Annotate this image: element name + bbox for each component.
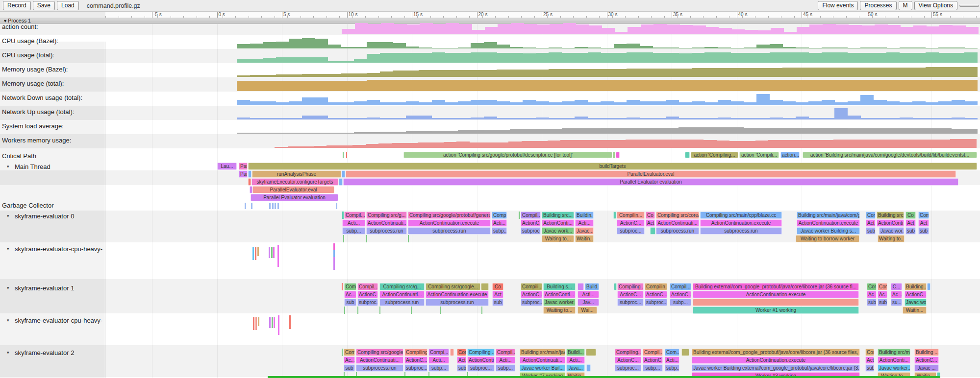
trace-span[interactable]: sub [867, 299, 877, 306]
trace-span[interactable]: ActionContinuation.execute [408, 219, 491, 227]
collapse-arrow-icon[interactable]: ▾ [7, 246, 9, 251]
trace-tick[interactable] [333, 243, 335, 250]
trace-span[interactable]: ActionC... [643, 356, 663, 364]
trace-span[interactable] [342, 349, 343, 356]
trace-tick[interactable] [255, 317, 257, 330]
trace-span[interactable]: Compil... [670, 283, 691, 290]
collapse-arrow-icon[interactable]: ▾ [7, 285, 9, 290]
trace-span[interactable]: Acti... [578, 291, 599, 298]
trace-span[interactable]: ActionC... [645, 291, 667, 298]
collapse-arrow-icon[interactable]: ▾ [7, 350, 9, 355]
trace-span[interactable]: ActionC... [615, 356, 641, 364]
trace-span[interactable]: skyframeExecutor.configureTargets [251, 178, 338, 186]
row-label-skyframe-evaluator-2[interactable]: skyframe-evaluator 2 [15, 349, 74, 356]
trace-span[interactable]: subp... [496, 364, 515, 372]
trace-span[interactable] [366, 235, 367, 242]
trace-span[interactable]: Compiling src/google... [426, 283, 480, 290]
trace-span[interactable]: sub [865, 364, 874, 372]
trace-span[interactable]: subproc... [357, 299, 378, 306]
trace-span[interactable]: Java... [566, 364, 585, 372]
trace-tick[interactable] [253, 317, 254, 330]
trace-span[interactable]: Compiling... [404, 349, 427, 356]
trace-span[interactable] [616, 152, 620, 158]
trace-tick[interactable] [269, 247, 270, 258]
trace-span[interactable]: Acti... [496, 356, 515, 364]
trace-span[interactable]: Compili... [521, 283, 542, 290]
trace-span[interactable]: Building src/ma... [878, 349, 910, 356]
trace-tick[interactable] [275, 203, 276, 209]
trace-span[interactable]: Acti... [575, 219, 594, 227]
trace-span[interactable]: ActionContinuation.execute [693, 291, 859, 298]
trace-span[interactable]: subproc... [615, 364, 641, 372]
trace-span[interactable]: ActionContinuati... [656, 219, 699, 227]
row-label-main-thread[interactable]: Main Thread [15, 163, 50, 170]
trace-tick[interactable] [258, 317, 259, 326]
trace-span[interactable]: Waiting to... [542, 235, 574, 242]
trace-span[interactable]: sub [878, 299, 887, 306]
trace-span[interactable]: Compilin... [617, 212, 645, 219]
trace-tick[interactable] [273, 247, 275, 258]
trace-span[interactable]: subp... [492, 227, 507, 235]
trace-span[interactable]: Ac... [867, 291, 877, 298]
trace-span[interactable]: Lau... [217, 163, 237, 170]
trace-span[interactable] [346, 152, 347, 158]
trace-tick[interactable] [251, 203, 252, 209]
processes-button[interactable]: Processes [860, 1, 896, 10]
row-label-skyframe-evaluator-cpu-heavy-2[interactable]: skyframe-evaluator-cpu-heavy- [15, 317, 102, 324]
trace-span[interactable]: Ac... [344, 356, 355, 364]
trace-span[interactable]: Building external/com_google_protobuf/ja… [693, 283, 859, 290]
trace-span[interactable]: Buildin... [575, 212, 594, 219]
trace-tick[interactable] [271, 247, 273, 258]
trace-span[interactable] [248, 178, 251, 186]
trace-span[interactable]: Parallel Evaluator evaluation [343, 178, 958, 186]
trace-span[interactable]: Waitin... [575, 235, 594, 242]
trace-span[interactable]: Compil... [344, 212, 365, 219]
trace-span[interactable]: Compiling src/google... [356, 349, 403, 356]
trace-tick[interactable] [289, 315, 291, 329]
trace-tick[interactable] [272, 203, 274, 209]
trace-span[interactable] [379, 307, 380, 314]
trace-span[interactable]: Building... [905, 283, 927, 290]
trace-span[interactable]: Acti... [492, 219, 507, 227]
trace-span[interactable]: Waitin... [903, 307, 927, 314]
trace-span[interactable]: ActionC... [617, 219, 645, 227]
trace-tick[interactable] [333, 257, 335, 270]
trace-span[interactable]: Compil... [496, 349, 515, 356]
save-button[interactable]: Save [33, 1, 55, 10]
collapse-arrow-icon[interactable]: ▾ [7, 318, 9, 323]
trace-span[interactable]: Javac work... [542, 227, 574, 235]
trace-span[interactable]: Building src... [542, 212, 574, 219]
trace-span[interactable]: Building s... [543, 283, 576, 290]
trace-span[interactable]: Compiling src/g... [379, 283, 425, 290]
trace-span[interactable]: Javac worker... [878, 364, 910, 372]
trace-span[interactable]: Act [866, 219, 876, 227]
trace-span[interactable]: Wai... [578, 307, 597, 314]
trace-span[interactable]: subproc... [521, 299, 542, 306]
trace-span[interactable]: ActionConti... [467, 356, 495, 364]
trace-span[interactable]: ActionConti... [543, 291, 576, 298]
trace-span[interactable] [342, 283, 343, 290]
trace-span[interactable]: action 'Compili... [739, 152, 779, 158]
trace-span[interactable]: ActionContinuati... [379, 291, 425, 298]
trace-span[interactable] [343, 235, 344, 242]
trace-span[interactable]: Javac worker... [543, 299, 576, 306]
trace-span[interactable]: subproc... [617, 227, 645, 235]
trace-span[interactable]: Javac wo... [905, 299, 927, 306]
trace-tick[interactable] [272, 317, 273, 328]
trace-span[interactable]: sub [344, 364, 355, 372]
record-button[interactable]: Record [3, 1, 31, 10]
trace-span[interactable] [440, 307, 441, 314]
trace-span[interactable]: Waiting to borrow worker [796, 235, 859, 242]
trace-span[interactable]: sub [905, 227, 916, 235]
trace-span[interactable]: subproc... [467, 364, 495, 372]
row-label-skyframe-evaluator-1[interactable]: skyframe-evaluator 1 [15, 284, 74, 292]
flow-events-button[interactable]: Flow events [818, 1, 858, 10]
collapse-arrow-icon[interactable]: ▾ [7, 213, 9, 218]
trace-span[interactable] [519, 212, 520, 219]
trace-span[interactable]: ActionC... [914, 356, 939, 364]
trace-span[interactable]: subproc... [645, 299, 667, 306]
trace-span[interactable]: subproc... [521, 227, 541, 235]
trace-tick[interactable] [277, 203, 279, 209]
trace-span[interactable] [613, 152, 615, 158]
collapse-arrow-icon[interactable]: ▾ [7, 164, 9, 169]
